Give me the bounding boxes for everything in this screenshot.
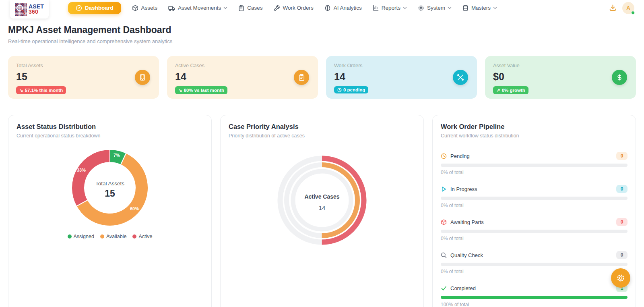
pipeline-label: Awaiting Parts [450,219,484,225]
stat-value: 14 [175,71,310,83]
progress-bar [441,164,627,167]
slice-pct-label: 7% [114,153,120,158]
package-icon [132,5,138,11]
stat-card-active-cases[interactable]: Active Cases 14 ↘ 80% vs last month [167,56,318,99]
percent-label: 0% of total [441,269,627,274]
page-subtitle: Real-time operational intelligence and c… [8,38,636,44]
download-button[interactable] [609,4,617,12]
pipeline-row-pending[interactable]: Pending 0 0% of total [441,152,627,175]
chevron-down-icon [403,6,407,10]
card-title: Case Priority Analysis [229,123,415,131]
stat-card-total-assets[interactable]: Total Assets 15 ↘ 57.1% this month [8,56,159,99]
clipboard-icon [294,70,309,85]
pipeline-row-quality-check[interactable]: Quality Check 0 0% of total [441,251,627,274]
asset-status-donut-chart[interactable]: 7% 60% 33% Total Assets 15 [70,147,150,228]
legend-item-available[interactable]: Available [100,234,127,239]
nav-label: Reports [382,5,400,11]
nav-item-ai-analytics[interactable]: AI Analytics [324,5,362,11]
legend-item-assigned[interactable]: Assigned [68,234,94,239]
gauge-icon [76,5,82,11]
download-icon [609,4,617,12]
progress-bar [441,230,627,233]
pipeline-row-in-progress[interactable]: In Progress 0 0% of total [441,185,627,208]
count-badge: 0 [616,185,627,193]
pipeline-label: Pending [450,153,470,159]
stats-row: Total Assets 15 ↘ 57.1% this month Activ… [8,56,636,99]
nav-item-asset-movements[interactable]: Asset Movements [168,5,227,11]
nav-label: Work Orders [283,5,314,11]
stat-growth-badge: ↗ 0% growth [493,86,528,94]
nav-item-assets[interactable]: Assets [132,5,158,11]
wrench-icon [274,5,280,11]
nav-label: Cases [247,5,262,11]
main-nav: Dashboard Assets Asset Movements Cases [68,2,497,14]
pipeline-label: Quality Check [450,252,483,258]
pipeline-list: Pending 0 0% of total In Progress 0 [441,152,627,307]
nav-item-reports[interactable]: Reports [373,5,407,11]
legend-item-active[interactable]: Active [132,234,152,239]
case-priority-rings-chart[interactable]: Active Cases 14 [276,154,368,247]
search-icon [441,252,447,258]
rings-center-label: Active Cases [304,193,339,200]
nav-item-system[interactable]: System [418,5,452,11]
pipeline-row-completed[interactable]: Completed 1 100% of total [441,284,627,307]
pipeline-label: Completed [450,285,476,291]
chevron-down-icon [223,6,227,10]
donut-slice-active[interactable] [72,149,110,206]
charts-row: Asset Status Distribution Current operat… [8,115,636,307]
logo-text: ASET 360 [29,4,44,15]
nav-label: Masters [471,5,491,11]
play-icon [441,186,447,192]
percent-label: 100% of total [441,302,627,307]
check-icon [441,285,447,291]
nav-label: Dashboard [85,5,114,11]
percent-label: 0% of total [441,236,627,241]
stat-card-asset-value[interactable]: Asset Value $0 ↗ 0% growth [485,56,636,99]
legend-dot-green [68,234,72,239]
stat-value: 15 [16,71,151,83]
legend-dot-orange [100,234,104,239]
trend-down-icon: ↘ [19,87,23,93]
tools-icon [453,70,468,85]
nav-item-dashboard[interactable]: Dashboard [68,2,121,14]
count-badge: 0 [616,152,627,160]
main-content: MPKJ Asset Management Dashboard Real-tim… [0,25,644,307]
asset-status-card: Asset Status Distribution Current operat… [8,115,212,307]
stat-trend-badge: ↘ 57.1% this month [16,86,66,94]
progress-bar [441,263,627,266]
count-badge: 0 [616,218,627,226]
chevron-down-icon [493,6,497,10]
pipeline-label: In Progress [450,186,477,192]
legend-dot-red [132,234,136,239]
nav-item-work-orders[interactable]: Work Orders [274,5,314,11]
card-title: Asset Status Distribution [17,123,203,131]
nav-label: Asset Movements [178,5,221,11]
card-subtitle: Priority distribution of active cases [229,133,415,139]
stat-label: Asset Value [493,63,628,68]
app-logo[interactable]: ASET 360 [10,0,49,19]
stat-label: Work Orders [334,63,469,68]
nav-item-cases[interactable]: Cases [238,5,262,11]
building-icon [135,70,150,85]
topbar-actions: A [609,2,634,14]
trend-up-icon: ↗ [496,87,500,93]
ring-track-inner [293,171,351,229]
donut-center-value: 15 [105,188,115,199]
logo-mark-icon [15,3,27,16]
nav-item-masters[interactable]: Masters [462,5,497,11]
floating-settings-button[interactable] [611,268,630,288]
user-avatar[interactable]: A [622,2,634,14]
top-navigation-bar: ASET 360 Dashboard Assets Asset Movement… [0,0,644,16]
stat-label: Total Assets [16,63,151,68]
card-subtitle: Current workflow status distribution [441,133,627,139]
percent-label: 0% of total [441,203,627,208]
pipeline-row-awaiting-parts[interactable]: Awaiting Parts 0 0% of total [441,218,627,241]
brain-icon [324,5,331,11]
progress-bar [441,197,627,200]
stat-label: Active Cases [175,63,310,68]
nav-label: AI Analytics [334,5,362,11]
card-subtitle: Current operational status breakdown [17,133,203,139]
nav-label: Assets [141,5,158,11]
nav-label: System [427,5,445,11]
stat-card-work-orders[interactable]: Work Orders 14 0 pending [326,56,477,99]
